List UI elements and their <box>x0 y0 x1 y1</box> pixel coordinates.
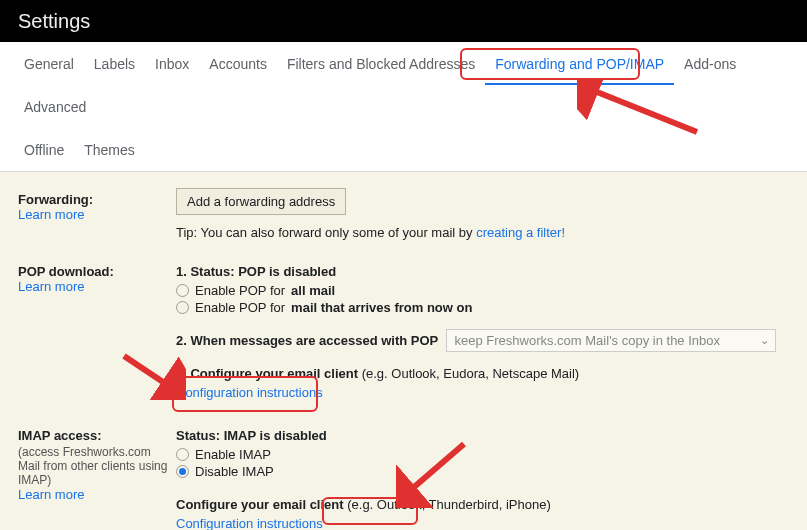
imap-learn-more-link[interactable]: Learn more <box>18 487 84 502</box>
pop-status-prefix: 1. Status: <box>176 264 238 279</box>
pop-access-selected-value: keep Freshworks.com Mail's copy in the I… <box>455 333 720 348</box>
page-title: Settings <box>18 10 90 33</box>
pop-status-value: POP is disabled <box>238 264 336 279</box>
imap-config-instructions-link[interactable]: Configuration instructions <box>176 516 323 530</box>
pop-accessed-label: 2. When messages are accessed with POP <box>176 333 438 348</box>
forwarding-label: Forwarding: <box>18 192 176 207</box>
pop-opt-new-bold: mail that arrives from now on <box>291 300 472 315</box>
add-forwarding-address-button[interactable]: Add a forwarding address <box>176 188 346 215</box>
forwarding-tip-text: Tip: You can also forward only some of y… <box>176 225 476 240</box>
chevron-down-icon: ⌄ <box>760 334 769 347</box>
imap-radio-disable[interactable] <box>176 465 189 478</box>
pop-configure-label: 3. Configure your email client <box>176 366 358 381</box>
tab-forwarding[interactable]: Forwarding and POP/IMAP <box>485 42 674 85</box>
pop-label: POP download: <box>18 264 176 279</box>
pop-opt-all-prefix: Enable POP for <box>195 283 285 298</box>
imap-sub-hint: (access Freshworks.com Mail from other c… <box>18 445 176 487</box>
tab-accounts[interactable]: Accounts <box>199 42 277 85</box>
pop-radio-new-mail[interactable] <box>176 301 189 314</box>
imap-radio-enable[interactable] <box>176 448 189 461</box>
pop-access-select[interactable]: keep Freshworks.com Mail's copy in the I… <box>446 329 776 352</box>
tab-general[interactable]: General <box>14 42 84 85</box>
tab-addons[interactable]: Add-ons <box>674 42 746 85</box>
section-forwarding: Forwarding: Learn more Add a forwarding … <box>18 182 789 254</box>
pop-config-instructions-link[interactable]: Configuration instructions <box>176 385 323 400</box>
pop-opt-all-bold: all mail <box>291 283 335 298</box>
top-bar: Settings <box>0 0 807 42</box>
imap-status-prefix: Status: <box>176 428 224 443</box>
imap-configure-label: Configure your email client <box>176 497 344 512</box>
tab-offline[interactable]: Offline <box>14 128 74 171</box>
pop-configure-hint: (e.g. Outlook, Eudora, Netscape Mail) <box>358 366 579 381</box>
settings-tabstrip: General Labels Inbox Accounts Filters an… <box>0 42 807 172</box>
tab-filters[interactable]: Filters and Blocked Addresses <box>277 42 485 85</box>
imap-disable-label: Disable IMAP <box>195 464 274 479</box>
pop-learn-more-link[interactable]: Learn more <box>18 279 84 294</box>
pop-radio-all-mail[interactable] <box>176 284 189 297</box>
imap-label: IMAP access: <box>18 428 176 443</box>
tab-inbox[interactable]: Inbox <box>145 42 199 85</box>
tab-advanced[interactable]: Advanced <box>14 85 96 128</box>
imap-configure-hint: (e.g. Outlook, Thunderbird, iPhone) <box>344 497 551 512</box>
tab-themes[interactable]: Themes <box>74 128 145 171</box>
tab-labels[interactable]: Labels <box>84 42 145 85</box>
imap-status-value: IMAP is disabled <box>224 428 327 443</box>
pop-opt-new-prefix: Enable POP for <box>195 300 285 315</box>
section-pop: POP download: Learn more 1. Status: POP … <box>18 254 789 418</box>
forwarding-learn-more-link[interactable]: Learn more <box>18 207 84 222</box>
create-filter-link[interactable]: creating a filter! <box>476 225 565 240</box>
section-imap: IMAP access: (access Freshworks.com Mail… <box>18 418 789 530</box>
settings-content: Forwarding: Learn more Add a forwarding … <box>0 172 807 530</box>
imap-enable-label: Enable IMAP <box>195 447 271 462</box>
